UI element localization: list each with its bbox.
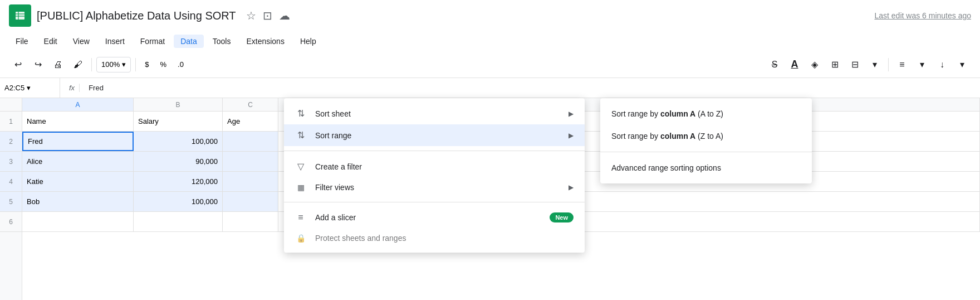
strikethrough-button[interactable]: S xyxy=(766,56,783,74)
menu-help[interactable]: Help xyxy=(293,35,323,48)
filter-views-arrow: ▶ xyxy=(569,183,574,191)
row-numbers: 1 2 3 4 5 6 xyxy=(0,98,22,300)
cell-a5[interactable]: Bob xyxy=(22,192,134,211)
fx-label: fx xyxy=(65,84,80,92)
decimal-button[interactable]: .0 xyxy=(173,57,188,72)
cell-a4[interactable]: Katie xyxy=(22,172,134,191)
sort-range-submenu: Sort range by column A (A to Z) Sort ran… xyxy=(600,98,812,183)
menu-divider-2 xyxy=(284,202,585,202)
menu-option-sort-range[interactable]: ⇅ Sort range ▶ xyxy=(284,124,585,146)
menu-insert[interactable]: Insert xyxy=(99,35,131,48)
col-header-a[interactable]: A xyxy=(22,98,134,111)
menu-format[interactable]: Format xyxy=(134,35,171,48)
percent-button[interactable]: % xyxy=(155,57,171,72)
cell-ref-value: A2:C5 xyxy=(4,84,24,92)
cell-ref-dropdown[interactable]: ▾ xyxy=(27,84,31,92)
row-num-header-cell xyxy=(0,98,22,112)
cell-a3[interactable]: Alice xyxy=(22,152,134,171)
align-dropdown[interactable]: ▾ xyxy=(913,56,931,74)
sort-range-label: Sort range xyxy=(315,131,560,140)
cell-reference[interactable]: A2:C5 ▾ xyxy=(4,78,60,98)
add-slicer-icon: ≡ xyxy=(295,212,306,222)
cell-c4[interactable] xyxy=(223,172,278,191)
menu-extensions[interactable]: Extensions xyxy=(239,35,291,48)
cell-c1[interactable]: Age xyxy=(223,112,278,131)
cell-b1[interactable]: Salary xyxy=(134,112,223,131)
document-title: [PUBLIC] Alphabetize Data Using SORT xyxy=(37,9,236,22)
cell-c5[interactable] xyxy=(223,192,278,211)
merge-dropdown[interactable]: ▾ xyxy=(866,56,884,74)
cell-c2[interactable] xyxy=(223,132,278,151)
cell-a1[interactable]: Name xyxy=(22,112,134,131)
paint-format-button[interactable]: 🖌 xyxy=(69,56,87,74)
sort-z-a-prefix: Sort range by xyxy=(611,132,660,141)
toolbar-right: S A ◈ ⊞ ⊟ ▾ ≡ ▾ ↓ ▾ xyxy=(766,56,971,74)
cell-b2[interactable]: 100,000 xyxy=(134,132,223,151)
menu-tools[interactable]: Tools xyxy=(206,35,238,48)
text-color-button[interactable]: A xyxy=(786,56,803,74)
folder-icon[interactable]: ⊡ xyxy=(263,9,272,22)
cell-b6[interactable] xyxy=(134,212,223,231)
divider-3 xyxy=(888,58,889,71)
svg-rect-1 xyxy=(16,12,24,20)
advanced-label: Advanced range sorting options xyxy=(611,163,721,172)
title-bar: [PUBLIC] Alphabetize Data Using SORT ☆ ⊡… xyxy=(0,0,980,31)
cell-a6[interactable] xyxy=(22,212,134,231)
sort-a-z-suffix: (A to Z) xyxy=(695,109,723,118)
create-filter-label: Create a filter xyxy=(315,162,574,171)
title-icons: ☆ ⊡ ☁ xyxy=(246,9,290,22)
menu-option-filter-views[interactable]: ▦ Filter views ▶ xyxy=(284,177,585,197)
menu-option-sort-sheet[interactable]: ⇅ Sort sheet ▶ xyxy=(284,103,585,124)
merge-button[interactable]: ⊟ xyxy=(846,56,864,74)
row-num-4: 4 xyxy=(0,172,22,192)
formula-value: Fred xyxy=(84,84,104,92)
row-num-5: 5 xyxy=(0,192,22,212)
formula-bar: A2:C5 ▾ fx Fred xyxy=(0,78,980,98)
redo-button[interactable]: ↪ xyxy=(29,56,47,74)
cell-b5[interactable]: 100,000 xyxy=(134,192,223,211)
col-header-b[interactable]: B xyxy=(134,98,223,111)
menu-file[interactable]: File xyxy=(9,35,35,48)
cell-c6[interactable] xyxy=(223,212,278,231)
last-edit[interactable]: Last edit was 6 minutes ago xyxy=(874,11,971,20)
sort-range-arrow: ▶ xyxy=(569,132,574,139)
borders-button[interactable]: ⊞ xyxy=(826,56,844,74)
menu-view[interactable]: View xyxy=(66,35,96,48)
zoom-control[interactable]: 100% ▾ xyxy=(96,57,131,72)
sort-z-a-col: column A xyxy=(660,132,695,141)
valign-button[interactable]: ↓ xyxy=(933,56,951,74)
sort-range-icon: ⇅ xyxy=(295,130,306,141)
menu-edit[interactable]: Edit xyxy=(37,35,64,48)
filter-views-label: Filter views xyxy=(315,183,560,192)
cell-b3[interactable]: 90,000 xyxy=(134,152,223,171)
menu-option-create-filter[interactable]: ▽ Create a filter xyxy=(284,156,585,177)
menu-bar: File Edit View Insert Format Data Tools … xyxy=(0,31,980,51)
cell-b4[interactable]: 120,000 xyxy=(134,172,223,191)
zoom-dropdown-icon: ▾ xyxy=(122,60,126,69)
row-num-2: 2 xyxy=(0,132,22,152)
col-header-c[interactable]: C xyxy=(223,98,278,111)
fill-color-button[interactable]: ◈ xyxy=(806,56,824,74)
divider-2 xyxy=(135,58,136,71)
cloud-icon[interactable]: ☁ xyxy=(279,9,290,22)
menu-option-protect[interactable]: 🔒 Protect sheets and ranges xyxy=(284,228,585,248)
undo-button[interactable]: ↩ xyxy=(9,56,27,74)
menu-divider-1 xyxy=(284,151,585,151)
submenu-advanced[interactable]: Advanced range sorting options xyxy=(600,157,812,179)
submenu-sort-z-a[interactable]: Sort range by column A (Z to A) xyxy=(600,125,812,147)
valign-dropdown[interactable]: ▾ xyxy=(953,56,971,74)
star-icon[interactable]: ☆ xyxy=(246,9,256,22)
add-slicer-label: Add a slicer xyxy=(315,213,541,222)
submenu-sort-a-z[interactable]: Sort range by column A (A to Z) xyxy=(600,103,812,125)
align-button[interactable]: ≡ xyxy=(893,56,911,74)
row-num-3: 3 xyxy=(0,152,22,172)
menu-option-add-slicer[interactable]: ≡ Add a slicer New xyxy=(284,207,585,228)
menu-data[interactable]: Data xyxy=(174,35,204,48)
toolbar: ↩ ↪ 🖨 🖌 100% ▾ $ % .0 S A ◈ ⊞ ⊟ ▾ ≡ ▾ ↓ … xyxy=(0,51,980,78)
print-button[interactable]: 🖨 xyxy=(49,56,67,74)
divider-1 xyxy=(91,58,92,71)
currency-button[interactable]: $ xyxy=(140,57,153,72)
cell-a2[interactable]: Fred xyxy=(22,132,134,151)
zoom-value: 100% xyxy=(101,60,120,69)
cell-c3[interactable] xyxy=(223,152,278,171)
